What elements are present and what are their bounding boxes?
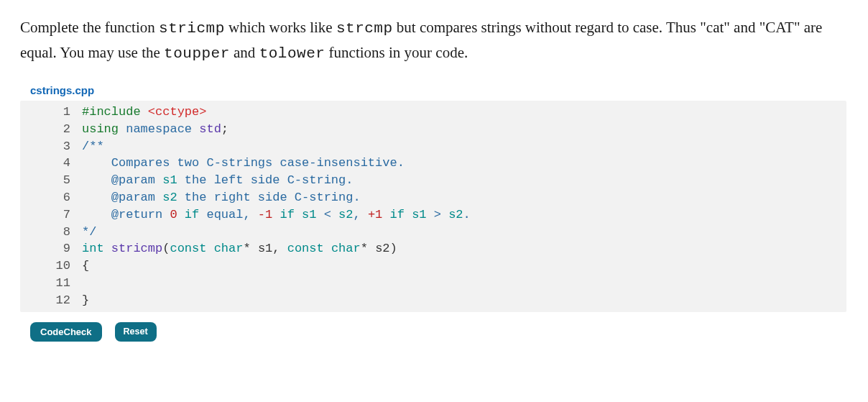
token-comment: < <box>316 208 338 221</box>
lineno: 10 <box>20 257 82 275</box>
code-ref-toupper: toupper <box>164 45 230 62</box>
token-ident: s1 <box>412 208 426 221</box>
token-ident: s2 <box>338 208 353 221</box>
token-if: if <box>280 208 294 221</box>
token-space <box>206 242 213 255</box>
token-paren: ( <box>162 242 170 255</box>
code-line-8: 8 */ <box>20 224 846 241</box>
token-if: if <box>185 208 199 221</box>
lineno: 3 <box>20 138 82 155</box>
token-comment <box>272 208 280 221</box>
token-star: * <box>243 242 257 255</box>
token-space <box>192 122 199 136</box>
token-comment <box>382 208 389 221</box>
token-comment: , <box>354 208 368 221</box>
filename-label: cstrings.cpp <box>30 84 848 96</box>
code-line-11: 11 <box>20 275 846 292</box>
token-num: 0 <box>170 208 177 221</box>
code-line-1: 1 #include <cctype> <box>20 104 846 121</box>
code-line-9: 9 int stricmp(const char* s1, const char… <box>20 240 846 257</box>
token-type: char <box>331 242 361 255</box>
lineno: 1 <box>20 104 82 121</box>
problem-statement: Complete the function stricmp which work… <box>20 16 839 65</box>
code-editor[interactable]: 1 #include <cctype> 2 using namespace st… <box>20 101 846 312</box>
code-ref-tolower: tolower <box>259 45 326 62</box>
token-ident: s2 <box>448 208 463 221</box>
button-row: CodeCheck Reset <box>20 322 848 342</box>
token-namespace: namespace <box>126 122 192 136</box>
token-num: -1 <box>258 208 272 221</box>
code-line-7: 7 @return 0 if equal, -1 if s1 < s2, +1 … <box>20 206 846 224</box>
codecheck-button[interactable]: CodeCheck <box>30 322 102 342</box>
problem-text-4: and <box>230 44 259 61</box>
token-type: int <box>82 242 104 255</box>
reset-button[interactable]: Reset <box>115 322 157 342</box>
code-line-4: 4 Compares two C-strings case-insensitiv… <box>20 155 846 172</box>
token-funcname: stricmp <box>111 242 162 255</box>
code-line-6: 6 @param s2 the right side C-string. <box>20 189 846 206</box>
token-std: std <box>199 122 221 136</box>
token-include: #include <box>82 105 148 119</box>
token-comment: > <box>427 208 449 221</box>
token-comment: @param <box>82 191 162 204</box>
token-brace: { <box>82 259 89 273</box>
token-num: +1 <box>368 208 382 221</box>
token-space <box>104 242 111 255</box>
token-comment <box>405 208 412 221</box>
lineno: 9 <box>20 240 82 257</box>
lineno: 12 <box>20 292 82 309</box>
token-comment <box>177 208 185 221</box>
code-line-2: 2 using namespace std; <box>20 121 846 138</box>
token-ident: s2 <box>375 242 389 255</box>
token-comment: */ <box>82 225 96 239</box>
token-comment: @return <box>82 208 170 221</box>
lineno: 2 <box>20 121 82 138</box>
token-ident: s1 <box>302 208 316 221</box>
code-line-12: 12 } <box>20 292 846 309</box>
lineno: 4 <box>20 155 82 172</box>
token-comment: Compares two C-strings case-insensitive. <box>82 156 405 170</box>
token-type: char <box>214 242 244 255</box>
token-comment <box>295 208 302 221</box>
token-paren: ) <box>390 242 397 255</box>
lineno: 8 <box>20 224 82 241</box>
token-type: const <box>287 242 324 255</box>
token-param: s1 <box>162 173 177 187</box>
token-ident: s1 <box>258 242 272 255</box>
token-comment: @param <box>82 173 162 187</box>
problem-text-5: functions in your code. <box>325 44 468 61</box>
code-line-10: 10 { <box>20 257 846 275</box>
token-header: <cctype> <box>148 105 207 119</box>
token-semi: ; <box>221 122 228 136</box>
token-type: const <box>170 242 206 255</box>
token-comment: the right side C-string. <box>177 191 361 204</box>
code-line-5: 5 @param s1 the left side C-string. <box>20 172 846 189</box>
code-ref-stricmp: stricmp <box>159 20 225 37</box>
lineno: 11 <box>20 275 82 292</box>
token-comma: , <box>272 242 287 255</box>
token-param: s2 <box>162 191 177 204</box>
token-brace: } <box>82 293 89 307</box>
token-using: using <box>82 122 119 136</box>
token-space <box>119 122 126 136</box>
problem-text-2: which works like <box>225 19 336 36</box>
lineno: 6 <box>20 189 82 206</box>
token-comment: . <box>463 208 471 221</box>
token-space <box>324 242 331 255</box>
token-comment: equal, <box>199 208 258 221</box>
token-comment: the left side C-string. <box>177 173 354 187</box>
token-comment: /** <box>82 140 104 153</box>
token-star: * <box>361 242 375 255</box>
lineno: 7 <box>20 206 82 224</box>
code-line-3: 3 /** <box>20 138 846 155</box>
token-if: if <box>390 208 405 221</box>
code-ref-strcmp: strcmp <box>336 20 393 37</box>
problem-text-1: Complete the function <box>20 19 159 36</box>
lineno: 5 <box>20 172 82 189</box>
